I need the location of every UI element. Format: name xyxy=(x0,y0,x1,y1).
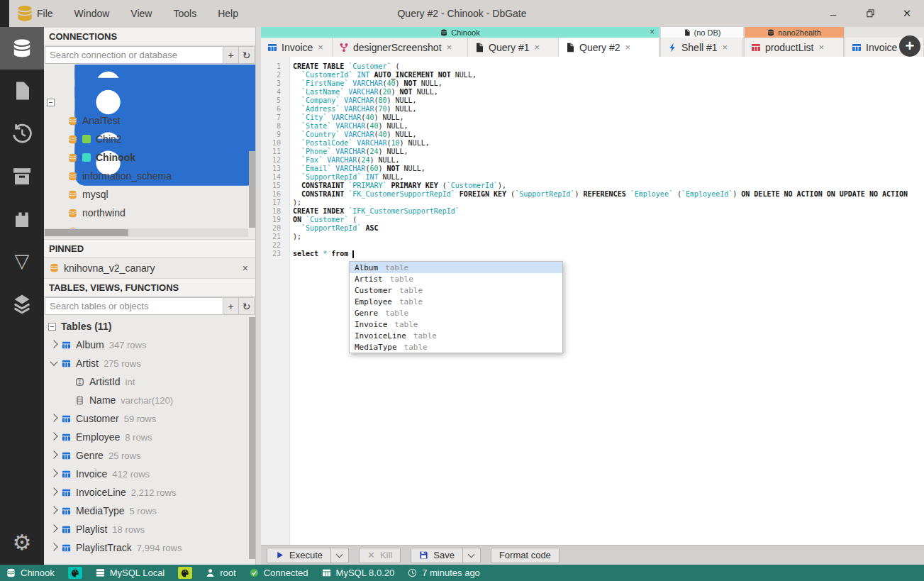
activity-item-settings[interactable]: ⚙ xyxy=(0,524,44,562)
autocomplete-item[interactable]: Genretable xyxy=(350,307,562,319)
table-row[interactable]: Invoice412 rows xyxy=(44,465,248,483)
activity-item-layers[interactable] xyxy=(0,282,44,325)
tab-query-2[interactable]: Query #2× xyxy=(559,38,659,57)
chevron-right-icon[interactable] xyxy=(50,469,57,477)
tab-shell-1[interactable]: Shell #1× xyxy=(661,38,743,57)
chevron-right-icon[interactable] xyxy=(50,543,57,550)
connections-hscroll-thumb[interactable] xyxy=(45,229,128,236)
collapse-box-icon[interactable] xyxy=(48,323,56,331)
execute-button[interactable]: Execute xyxy=(267,548,349,563)
connections-scrollbar[interactable] xyxy=(249,151,255,228)
status-item-root[interactable]: root xyxy=(206,568,235,578)
connections-search-input[interactable] xyxy=(45,46,223,64)
tab-designerscreenshot[interactable]: designerScreenshot× xyxy=(333,38,468,57)
table-row[interactable]: Playlist18 rows xyxy=(44,520,248,538)
connection-row[interactable]: MySQL Localmysql xyxy=(44,93,255,111)
autocomplete-item[interactable]: Artisttable xyxy=(350,273,562,284)
tab-productlist[interactable]: productList× xyxy=(745,38,844,57)
table-row[interactable]: PlaylistTrack7,994 rows xyxy=(44,538,248,557)
close-tab-button[interactable]: × xyxy=(535,42,540,52)
column-row[interactable]: 1ArtistIdint xyxy=(44,372,248,391)
table-row[interactable]: InvoiceLine2,212 rows xyxy=(44,483,248,502)
activity-item-history[interactable] xyxy=(0,112,44,155)
pinned-item[interactable]: knihovna_v2_canary× xyxy=(44,258,255,278)
close-tab-button[interactable]: × xyxy=(625,42,631,52)
file-icon xyxy=(12,81,32,101)
add-table-button[interactable]: + xyxy=(223,297,239,315)
menu-window[interactable]: Window xyxy=(74,8,110,19)
status-item-7-minutes-ago[interactable]: 7 minutes ago xyxy=(408,568,480,578)
tab-query-1[interactable]: Query #1× xyxy=(468,38,559,57)
minimize-button[interactable]: – xyxy=(828,8,839,20)
autocomplete-name: Artist xyxy=(355,275,383,284)
table-row[interactable]: Employee8 rows xyxy=(44,428,248,446)
status-item-color[interactable] xyxy=(178,567,192,579)
tab-invoice[interactable]: Invoice× xyxy=(261,38,333,57)
status-item-mysql-local[interactable]: MySQL Local xyxy=(96,568,165,578)
tables-group-row[interactable]: Tables (11) xyxy=(44,317,248,336)
kill-button[interactable]: ✕Kill xyxy=(359,548,401,563)
close-group-button[interactable]: × xyxy=(650,27,655,38)
table-row[interactable]: Genre25 rows xyxy=(44,446,248,465)
status-item-chinook[interactable]: Chinook xyxy=(6,568,55,578)
format-code-button[interactable]: Format code xyxy=(491,548,560,563)
table-rowcount: 59 rows xyxy=(124,414,157,424)
menu-file[interactable]: File xyxy=(37,8,53,19)
table-row[interactable]: Artist275 rows xyxy=(44,354,248,372)
dropdown-arrow-button[interactable] xyxy=(462,548,480,563)
close-tab-button[interactable]: × xyxy=(723,42,728,52)
tab-group-header[interactable]: (no DB) xyxy=(661,27,743,38)
autocomplete-item[interactable]: MediaTypetable xyxy=(350,341,562,353)
activity-item-database[interactable] xyxy=(0,27,44,70)
menu-help[interactable]: Help xyxy=(218,8,238,19)
line-number: 4 xyxy=(261,88,289,96)
activity-item-archive[interactable] xyxy=(0,155,44,197)
activity-item-funnel[interactable]: ▽ xyxy=(0,240,44,282)
chevron-right-icon[interactable] xyxy=(50,432,57,440)
sql-editor[interactable]: 1CREATE TABLE `Customer` (2 `CustomerId`… xyxy=(261,57,924,545)
close-tab-button[interactable]: × xyxy=(818,42,824,52)
tab-group-header[interactable]: Chinook× xyxy=(261,27,659,38)
autocomplete-item[interactable]: Invoicetable xyxy=(350,319,562,330)
menu-view[interactable]: View xyxy=(130,8,152,19)
activity-item-plugins[interactable] xyxy=(0,197,44,240)
tables-scrollbar[interactable] xyxy=(249,317,255,559)
chevron-right-icon[interactable] xyxy=(50,524,57,532)
activity-item-file[interactable] xyxy=(0,70,44,112)
chevron-right-icon[interactable] xyxy=(50,450,57,458)
save-button[interactable]: Save xyxy=(411,548,481,563)
close-tab-button[interactable]: × xyxy=(318,42,323,52)
chevron-right-icon[interactable] xyxy=(50,340,57,348)
line-number: 10 xyxy=(261,139,289,148)
status-item-mysql-8-0-20[interactable]: MySQL 8.0.20 xyxy=(322,568,395,578)
collapse-box-icon[interactable] xyxy=(47,99,55,106)
restore-button[interactable] xyxy=(864,8,876,20)
add-connection-button[interactable]: + xyxy=(223,46,239,64)
refresh-connections-button[interactable]: ↻ xyxy=(239,46,255,64)
code-text: `City` VARCHAR(40) NULL, xyxy=(289,114,404,122)
chevron-down-icon[interactable] xyxy=(50,358,57,365)
chevron-right-icon[interactable] xyxy=(50,414,57,421)
close-button[interactable]: ✕ xyxy=(901,7,913,20)
new-tab-button[interactable]: + xyxy=(899,35,920,57)
dropdown-arrow-button[interactable] xyxy=(330,548,348,563)
autocomplete-kind: table xyxy=(399,297,423,306)
status-item-color[interactable] xyxy=(68,567,82,579)
status-item-connected[interactable]: Connected xyxy=(250,568,308,578)
autocomplete-item[interactable]: Customertable xyxy=(350,284,562,296)
table-row[interactable]: MediaType5 rows xyxy=(44,502,248,520)
table-row[interactable]: Album347 rows xyxy=(44,336,248,354)
close-tab-button[interactable]: × xyxy=(447,42,452,52)
tables-search-input[interactable] xyxy=(45,297,223,315)
menu-tools[interactable]: Tools xyxy=(173,8,196,19)
autocomplete-item[interactable]: InvoiceLinetable xyxy=(350,330,562,341)
chevron-right-icon[interactable] xyxy=(50,506,57,514)
column-row[interactable]: Namevarchar(120) xyxy=(44,391,248,409)
refresh-tables-button[interactable]: ↻ xyxy=(239,297,255,315)
unpin-button[interactable]: × xyxy=(243,262,248,274)
autocomplete-item[interactable]: Albumtable xyxy=(350,262,562,273)
table-row[interactable]: Customer59 rows xyxy=(44,409,248,428)
tab-group-header[interactable]: nano2health xyxy=(745,27,844,38)
chevron-right-icon[interactable] xyxy=(50,487,57,495)
autocomplete-item[interactable]: Employeetable xyxy=(350,296,562,307)
